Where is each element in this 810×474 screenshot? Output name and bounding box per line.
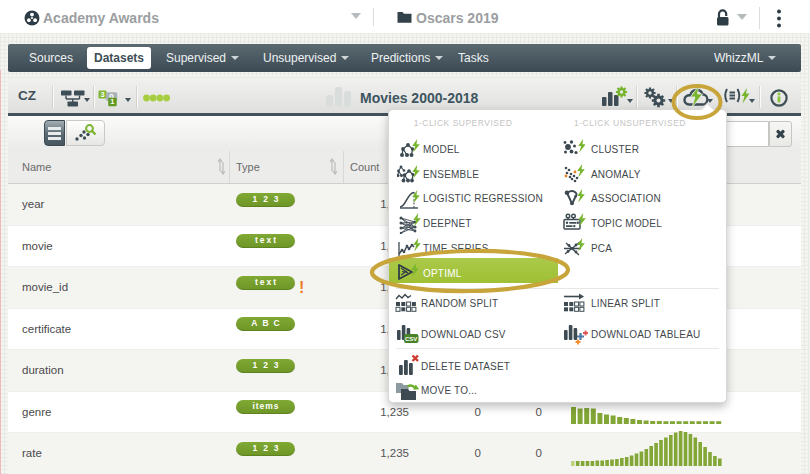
svg-text:1: 1 bbox=[110, 97, 114, 106]
svg-text:CSV: CSV bbox=[405, 336, 417, 342]
svg-text:3: 3 bbox=[100, 90, 104, 99]
